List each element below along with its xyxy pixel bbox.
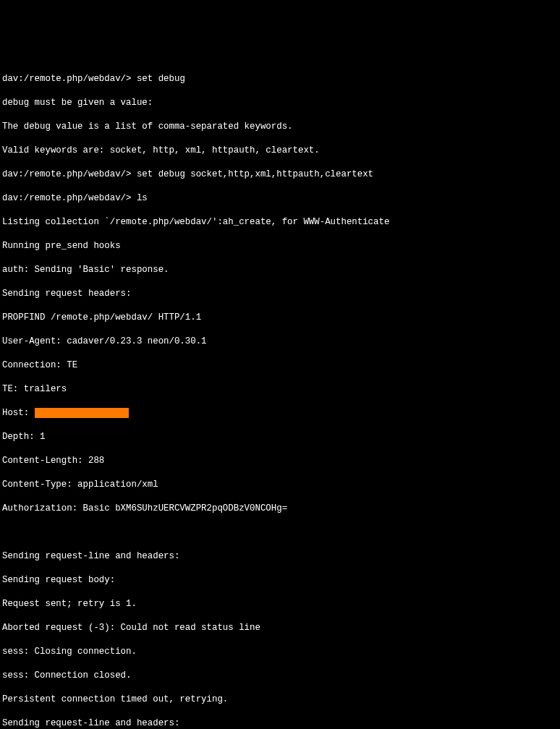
line: The debug value is a list of comma-separ…: [2, 121, 558, 133]
line: User-Agent: cadaver/0.23.3 neon/0.30.1: [2, 336, 558, 348]
line: Valid keywords are: socket, http, xml, h…: [2, 145, 558, 157]
line: Running pre_send hooks: [2, 240, 558, 252]
terminal-output: dav:/remote.php/webdav/> set debug debug…: [0, 60, 560, 730]
line: sess: Connection closed.: [2, 670, 558, 682]
cmd-set-debug: set debug: [137, 74, 185, 84]
line: Depth: 1: [2, 431, 558, 443]
cmd-ls: ls: [137, 193, 148, 203]
line: Sending request-line and headers:: [2, 717, 558, 729]
line: Sending request headers:: [2, 288, 558, 300]
line: dav:/remote.php/webdav/> set debug socke…: [2, 169, 558, 181]
prompt: dav:/remote.php/webdav/>: [2, 169, 137, 179]
line: [2, 526, 558, 539]
line: Sending request body:: [2, 574, 558, 587]
line: Aborted request (-3): Could not read sta…: [2, 622, 558, 634]
host-label: Host:: [2, 408, 35, 418]
line: TE: trailers: [2, 383, 558, 396]
cmd-set-debug-full: set debug socket,http,xml,httpauth,clear…: [137, 169, 373, 179]
line: Authorization: Basic bXM6SUhzUERCVWZPR2p…: [2, 503, 558, 515]
line: dav:/remote.php/webdav/> ls: [2, 192, 558, 205]
line: Connection: TE: [2, 359, 558, 372]
line: Persistent connection timed out, retryin…: [2, 694, 558, 706]
line: debug must be given a value:: [2, 97, 558, 109]
redacted-host: [35, 408, 129, 418]
line: dav:/remote.php/webdav/> set debug: [2, 73, 558, 85]
line: auth: Sending 'Basic' response.: [2, 264, 558, 276]
line: Host:: [2, 407, 558, 419]
line: Content-Length: 288: [2, 455, 558, 467]
line: Listing collection `/remote.php/webdav/'…: [2, 216, 558, 229]
line: Content-Type: application/xml: [2, 479, 558, 491]
prompt: dav:/remote.php/webdav/>: [2, 193, 137, 203]
line: sess: Closing connection.: [2, 646, 558, 658]
line: Request sent; retry is 1.: [2, 598, 558, 610]
prompt: dav:/remote.php/webdav/>: [2, 74, 137, 84]
line: Sending request-line and headers:: [2, 550, 558, 563]
line: PROPFIND /remote.php/webdav/ HTTP/1.1: [2, 312, 558, 324]
